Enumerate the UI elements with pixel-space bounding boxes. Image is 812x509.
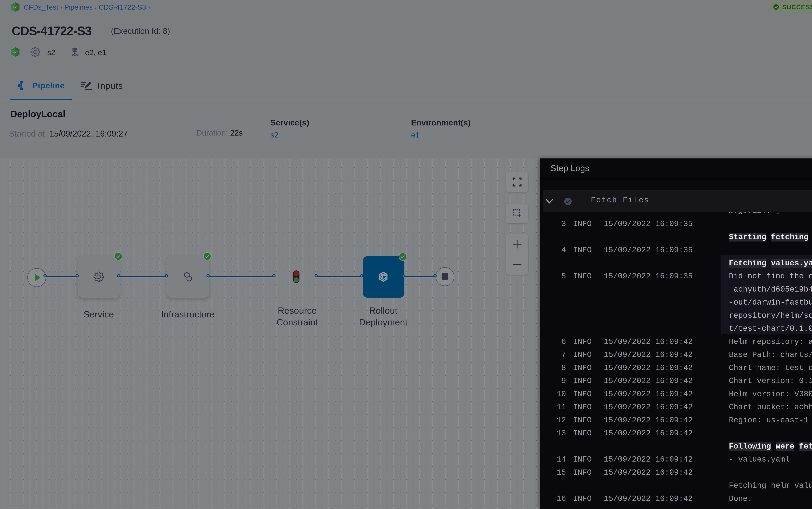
svg-text:∞: ∞: [13, 48, 17, 55]
svg-text:∞: ∞: [13, 3, 17, 10]
